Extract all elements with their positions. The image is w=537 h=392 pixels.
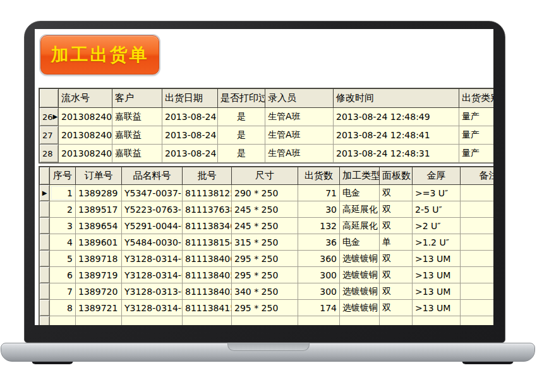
row-selector[interactable] bbox=[40, 283, 50, 300]
table-cell[interactable]: 1389517 bbox=[76, 201, 122, 218]
column-header[interactable]: 出货日期 bbox=[162, 89, 218, 108]
table-cell[interactable]: 生管A班 bbox=[265, 108, 334, 126]
table-cell[interactable]: 是 bbox=[218, 108, 265, 126]
row-selector[interactable]: 26▶ bbox=[40, 108, 59, 126]
table-cell[interactable]: 双 bbox=[380, 283, 413, 300]
table-cell[interactable]: 2013-08-24 bbox=[162, 108, 218, 126]
table-cell[interactable]: 132 bbox=[298, 218, 340, 234]
table-cell[interactable]: 量产 bbox=[459, 108, 494, 126]
table-cell[interactable]: 双 bbox=[380, 201, 413, 218]
table-cell[interactable]: >13 UM bbox=[413, 283, 461, 300]
table-cell[interactable]: 单 bbox=[380, 234, 413, 251]
table-cell[interactable]: 1389601 bbox=[76, 234, 122, 251]
table-cell[interactable]: 量产 bbox=[459, 126, 494, 145]
table-cell[interactable]: 是 bbox=[218, 145, 265, 163]
table-cell[interactable]: 8111383404 bbox=[183, 218, 232, 234]
table-cell[interactable]: 生管A班 bbox=[265, 126, 334, 145]
table-cell[interactable]: 量产 bbox=[459, 145, 494, 163]
column-header[interactable]: 面板数 bbox=[380, 167, 413, 185]
column-header[interactable]: 加工类型 bbox=[340, 167, 380, 185]
table-cell[interactable]: 174 bbox=[298, 300, 340, 316]
table-cell[interactable]: 嘉联益 bbox=[112, 108, 162, 126]
table-cell[interactable]: Y5484-0030-100 bbox=[122, 234, 183, 251]
table-cell[interactable]: 双 bbox=[380, 300, 413, 316]
table-cell[interactable]: 295 * 250 bbox=[232, 251, 298, 267]
table-cell[interactable]: 20130824022 bbox=[59, 126, 112, 145]
row-selector[interactable] bbox=[40, 300, 50, 316]
table-cell[interactable]: 电金 bbox=[340, 185, 380, 201]
table-cell[interactable]: 高延展化 bbox=[340, 201, 380, 218]
table-cell[interactable]: 4 bbox=[50, 234, 76, 251]
table-cell[interactable]: 245 * 250 bbox=[232, 218, 298, 234]
table-cell[interactable]: 选镀镀铜 bbox=[340, 283, 380, 300]
table-cell[interactable]: 295 * 250 bbox=[232, 267, 298, 283]
table-cell[interactable]: 双 bbox=[380, 267, 413, 283]
table-cell[interactable]: 340 * 250 bbox=[232, 283, 298, 300]
column-header[interactable]: 出货数 bbox=[298, 167, 340, 185]
row-selector[interactable] bbox=[40, 251, 50, 267]
table-cell[interactable]: Y5347-0037-100 bbox=[122, 185, 183, 201]
table-cell[interactable]: 1389289 bbox=[76, 185, 122, 201]
table-cell[interactable]: 双 bbox=[380, 218, 413, 234]
column-header[interactable]: 录入员 bbox=[265, 89, 334, 108]
table-cell[interactable] bbox=[461, 251, 494, 267]
table-cell[interactable]: 20130824021 bbox=[59, 145, 112, 163]
table-cell[interactable] bbox=[461, 300, 494, 316]
table-cell[interactable] bbox=[461, 267, 494, 283]
table-cell[interactable]: 8111384059 bbox=[183, 267, 232, 283]
table-cell[interactable]: 1 bbox=[50, 185, 76, 201]
row-selector[interactable]: 27 bbox=[40, 126, 59, 145]
table-cell[interactable]: 1389721 bbox=[76, 300, 122, 316]
table-cell[interactable]: 5 bbox=[50, 251, 76, 267]
row-selector[interactable] bbox=[40, 201, 50, 218]
table-cell[interactable]: 嘉联益 bbox=[112, 145, 162, 163]
table-cell[interactable]: Y3128-0314-000 bbox=[122, 251, 183, 267]
column-header[interactable]: 修改时间 bbox=[334, 89, 459, 108]
table-cell[interactable]: 300 bbox=[298, 267, 340, 283]
column-header[interactable]: 是否打印过 bbox=[218, 89, 265, 108]
row-selector[interactable] bbox=[40, 267, 50, 283]
table-cell[interactable]: 8111376383 bbox=[183, 201, 232, 218]
table-cell[interactable]: 8111384150 bbox=[183, 300, 232, 316]
row-selector[interactable]: 28 bbox=[40, 145, 59, 163]
table-cell[interactable]: 8111384029 bbox=[183, 283, 232, 300]
table-cell[interactable]: 2013-08-24 12:48:49 bbox=[334, 108, 459, 126]
column-header[interactable]: 尺寸 bbox=[232, 167, 298, 185]
column-header[interactable]: 订单号 bbox=[76, 167, 122, 185]
table-cell[interactable]: >=3 U″ bbox=[413, 185, 461, 201]
table-cell[interactable]: 8111381542 bbox=[183, 234, 232, 251]
row-selector[interactable]: ▶ bbox=[40, 185, 50, 201]
table-cell[interactable]: 选镀镀铜 bbox=[340, 251, 380, 267]
table-cell[interactable]: 2013-08-24 12:48:41 bbox=[334, 126, 459, 145]
table-cell[interactable]: 295 * 250 bbox=[232, 300, 298, 316]
table-cell[interactable]: Y3128-0313-000 bbox=[122, 283, 183, 300]
column-header[interactable]: 金厚 bbox=[413, 167, 461, 185]
column-header[interactable]: 备注 bbox=[461, 167, 494, 185]
table-cell[interactable] bbox=[461, 201, 494, 218]
table-cell[interactable]: 1389654 bbox=[76, 218, 122, 234]
table-cell[interactable]: 双 bbox=[380, 251, 413, 267]
table-cell[interactable]: >13 UM bbox=[413, 300, 461, 316]
table-cell[interactable]: 1389718 bbox=[76, 251, 122, 267]
table-cell[interactable]: 双 bbox=[380, 185, 413, 201]
table-cell[interactable]: 高延展化 bbox=[340, 218, 380, 234]
table-cell[interactable]: >2 U″ bbox=[413, 218, 461, 234]
column-header[interactable]: 流水号 bbox=[59, 89, 112, 108]
table-cell[interactable]: Y5223-0763-100 bbox=[122, 201, 183, 218]
table-cell[interactable]: 2013-08-24 bbox=[162, 145, 218, 163]
column-header[interactable]: 客户 bbox=[112, 89, 162, 108]
table-cell[interactable]: 8111381256. bbox=[183, 185, 232, 201]
table-cell[interactable]: 30 bbox=[298, 201, 340, 218]
table-cell[interactable] bbox=[461, 218, 494, 234]
table-cell[interactable]: 315 * 250 bbox=[232, 234, 298, 251]
column-header[interactable]: 品名料号 bbox=[122, 167, 183, 185]
table-cell[interactable]: 6 bbox=[50, 267, 76, 283]
table-cell[interactable]: 2-5 U″ bbox=[413, 201, 461, 218]
table-cell[interactable]: 生管A班 bbox=[265, 145, 334, 163]
table-cell[interactable] bbox=[461, 283, 494, 300]
table-cell[interactable]: 2 bbox=[50, 201, 76, 218]
table-cell[interactable]: 1389719 bbox=[76, 267, 122, 283]
table-cell[interactable]: 8111384068 bbox=[183, 251, 232, 267]
table-cell[interactable]: 36 bbox=[298, 234, 340, 251]
table-cell[interactable]: >1.2 U″ bbox=[413, 234, 461, 251]
